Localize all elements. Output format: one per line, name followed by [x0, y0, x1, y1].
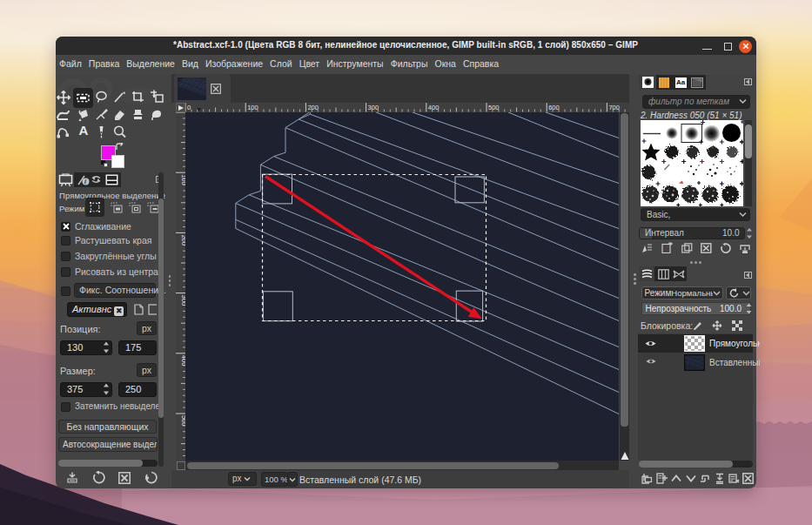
svg-text:100: 100 — [247, 104, 258, 111]
svg-text:0: 0 — [187, 104, 191, 111]
svg-text:700: 700 — [608, 104, 620, 111]
svg-text:200: 200 — [307, 104, 319, 111]
svg-text:300: 300 — [368, 104, 379, 111]
svg-text:500: 500 — [488, 104, 500, 111]
svg-text:600: 600 — [548, 104, 560, 111]
svg-text:400: 400 — [428, 104, 440, 111]
